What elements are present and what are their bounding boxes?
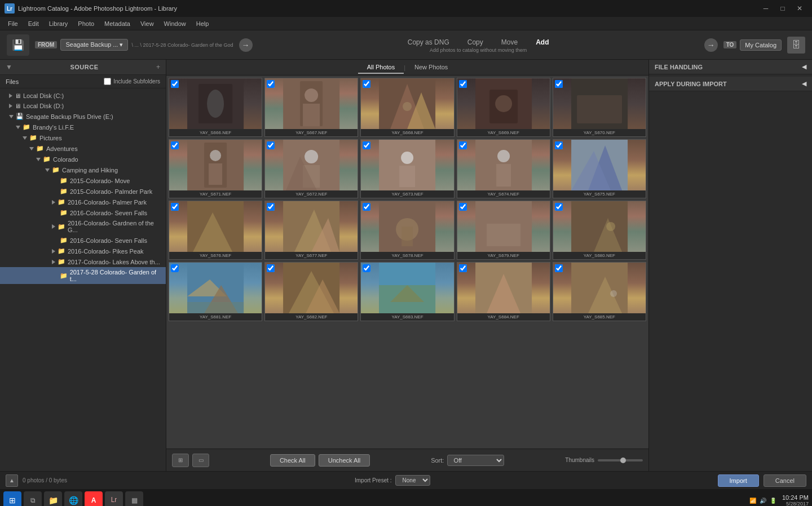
loupe-view-button[interactable]: ▭: [192, 454, 209, 467]
photo-check-676[interactable]: [171, 203, 179, 211]
photo-cell-685[interactable]: YAY_S685.NEF: [553, 262, 646, 321]
photo-cell-673[interactable]: YAY_S673.NEF: [360, 139, 454, 198]
tab-new-photos[interactable]: New Photos: [405, 61, 457, 74]
search-button[interactable]: A: [85, 491, 103, 506]
photo-cell-671[interactable]: YAY_S671.NEF: [169, 139, 262, 198]
photo-check-673[interactable]: [363, 141, 370, 149]
tree-item-adventures[interactable]: 📁 Adventures: [0, 143, 166, 154]
status-toggle-button[interactable]: ▲: [6, 474, 18, 487]
tree-item-seagate[interactable]: 💾 Seagate Backup Plus Drive (E:): [0, 111, 166, 122]
photo-cell-667[interactable]: YAY_S667.NEF: [264, 78, 358, 137]
minimize-button[interactable]: ─: [758, 2, 774, 15]
photo-cell-668[interactable]: YAY_S668.NEF: [360, 78, 454, 137]
thumbnail-slider[interactable]: [598, 459, 643, 461]
tab-all-photos[interactable]: All Photos: [358, 61, 404, 74]
check-all-button[interactable]: Check All: [270, 454, 315, 467]
task-view-button[interactable]: ⧉: [24, 491, 42, 506]
photo-cell-680[interactable]: YAY_S680.NEF: [553, 201, 646, 260]
photo-check-667[interactable]: [267, 80, 275, 88]
photo-check-675[interactable]: [555, 141, 563, 149]
tree-item-2016-pikes[interactable]: 📁 2016-Colorado- Pikes Peak: [0, 246, 166, 256]
sort-select[interactable]: Off Capture Time File Name: [447, 455, 504, 466]
tree-item-2016-palmer[interactable]: 📁 2016-Colorado- Palmer Park: [0, 197, 166, 207]
tree-item-2015-palmder[interactable]: 📁 2015-Colorado- Palmder Park: [0, 186, 166, 197]
photo-check-685[interactable]: [555, 264, 563, 272]
photo-check-672[interactable]: [267, 141, 275, 149]
photo-cell-670[interactable]: YAY_S670.NEF: [553, 78, 646, 137]
maximize-button[interactable]: □: [775, 2, 791, 15]
tree-item-local-c[interactable]: 🖥 Local Disk (C:): [0, 91, 166, 101]
menu-library[interactable]: Library: [45, 19, 73, 28]
tree-item-colorado[interactable]: 📁 Colorado: [0, 154, 166, 165]
photo-cell-681[interactable]: YAY_S681.NEF: [169, 262, 262, 321]
photo-check-678[interactable]: [363, 203, 370, 211]
mode-add[interactable]: Add: [532, 37, 552, 47]
file-handling-header[interactable]: File Handling ◀: [649, 60, 812, 74]
catalog-selector[interactable]: My Catalog: [740, 39, 782, 51]
photo-cell-682[interactable]: YAY_S682.NEF: [264, 262, 358, 321]
include-subfolders-label[interactable]: Include Subfolders: [104, 78, 160, 85]
menu-view[interactable]: View: [136, 19, 158, 28]
menu-help[interactable]: Help: [192, 19, 214, 28]
photo-cell-675[interactable]: YAY_S675.NEF: [553, 139, 646, 198]
file-explorer-button[interactable]: 📁: [44, 491, 62, 506]
uncheck-all-button[interactable]: Uncheck All: [319, 454, 370, 467]
photo-check-684[interactable]: [459, 264, 467, 272]
tree-item-2016-seven2[interactable]: 📁 2016-Colorado- Seven Falls: [0, 235, 166, 246]
photo-cell-666[interactable]: YAY_S666.NEF: [169, 78, 262, 137]
source-arrow[interactable]: →: [239, 38, 253, 52]
mode-move[interactable]: Move: [498, 37, 521, 47]
to-arrow[interactable]: →: [704, 38, 718, 52]
photo-check-671[interactable]: [171, 141, 179, 149]
clock[interactable]: 10:24 PM 5/28/2017: [782, 494, 809, 506]
tree-item-2017-lakes[interactable]: 📁 2017-Colorado- Lakes Above th...: [0, 256, 166, 267]
photo-check-670[interactable]: [555, 80, 563, 88]
photo-cell-674[interactable]: YAY_S674.NEF: [457, 139, 550, 198]
menu-edit[interactable]: Edit: [24, 19, 43, 28]
photo-cell-672[interactable]: YAY_S672.NEF: [264, 139, 358, 198]
photo-check-680[interactable]: [555, 203, 563, 211]
edge-button[interactable]: 🌐: [64, 491, 82, 506]
close-button[interactable]: ✕: [792, 2, 807, 15]
photo-check-666[interactable]: [171, 80, 179, 88]
tree-item-camping[interactable]: 📁 Camping and Hiking: [0, 165, 166, 175]
photo-check-683[interactable]: [363, 264, 370, 272]
preset-select[interactable]: None: [395, 475, 430, 486]
menu-window[interactable]: Window: [160, 19, 191, 28]
import-button[interactable]: Import: [718, 474, 759, 487]
photo-cell-679[interactable]: YAY_S679.NEF: [457, 201, 550, 260]
cancel-button[interactable]: Cancel: [764, 474, 806, 487]
source-selector[interactable]: Seagate Backup ... ▾: [60, 39, 128, 51]
photo-cell-683[interactable]: YAY_S683.NEF: [360, 262, 454, 321]
menu-photo[interactable]: Photo: [73, 19, 99, 28]
photo-check-677[interactable]: [267, 203, 275, 211]
source-add-icon[interactable]: +: [156, 63, 160, 71]
photo-check-668[interactable]: [363, 80, 370, 88]
extra-icon[interactable]: ▦: [125, 491, 143, 506]
photo-check-669[interactable]: [459, 80, 467, 88]
lightroom-taskbar[interactable]: Lr: [105, 491, 123, 506]
photo-check-679[interactable]: [459, 203, 467, 211]
tree-item-brandy[interactable]: 📁 Brandy's Li.F.E: [0, 122, 166, 132]
photo-cell-676[interactable]: YAY_S676.NEF: [169, 201, 262, 260]
photo-check-682[interactable]: [267, 264, 275, 272]
menu-file[interactable]: File: [3, 19, 23, 28]
source-panel-header[interactable]: ▼ Source +: [0, 60, 166, 75]
tree-item-local-d[interactable]: 🖥 Local Disk (D:): [0, 101, 166, 111]
apply-during-import-header[interactable]: Apply During Import ◀: [649, 77, 812, 91]
include-subfolders-checkbox[interactable]: [104, 78, 111, 85]
photo-cell-669[interactable]: YAY_S669.NEF: [457, 78, 550, 137]
photo-cell-677[interactable]: YAY_S677.NEF: [264, 201, 358, 260]
mode-copy-dng[interactable]: Copy as DNG: [404, 37, 453, 47]
photo-check-681[interactable]: [171, 264, 179, 272]
tree-item-2015-move[interactable]: 📁 2015-Colorado- Move: [0, 175, 166, 186]
photo-check-674[interactable]: [459, 141, 467, 149]
photo-cell-684[interactable]: YAY_S684.NEF: [457, 262, 550, 321]
tree-item-2017-garden[interactable]: 📁 2017-5-28 Colorado- Garden of t...: [0, 267, 166, 284]
tree-item-2016-garden[interactable]: 📁 2016-Colorado- Gardnen of the G...: [0, 218, 166, 235]
grid-view-button[interactable]: ⊞: [172, 454, 189, 467]
mode-copy[interactable]: Copy: [464, 37, 487, 47]
tree-item-pictures[interactable]: 📁 Pictures: [0, 132, 166, 143]
start-button[interactable]: ⊞: [3, 491, 21, 506]
photo-cell-678[interactable]: YAY_S678.NEF: [360, 201, 454, 260]
